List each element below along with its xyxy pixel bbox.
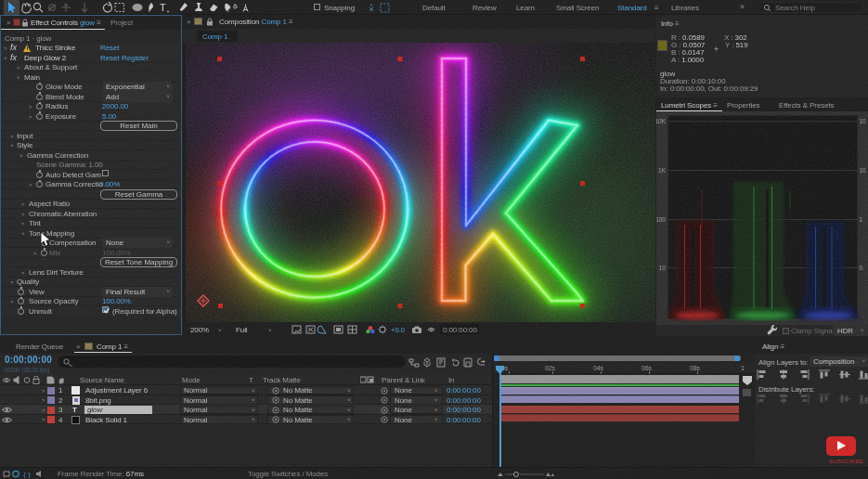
svg-text:10K: 10K: [656, 118, 667, 124]
svg-text:+0.0: +0.0: [391, 326, 405, 334]
svg-text:{ }: { }: [23, 471, 31, 478]
svg-text:1K: 1K: [658, 167, 667, 174]
svg-text:0.: 0.: [860, 265, 865, 271]
svg-text:#: #: [59, 377, 64, 384]
svg-text:100: 100: [656, 216, 666, 223]
svg-text:1: 1: [860, 216, 863, 223]
svg-text:10: 10: [659, 265, 667, 271]
svg-text:10: 10: [860, 167, 867, 174]
svg-text:10: 10: [860, 118, 867, 124]
svg-text:T: T: [160, 2, 166, 13]
